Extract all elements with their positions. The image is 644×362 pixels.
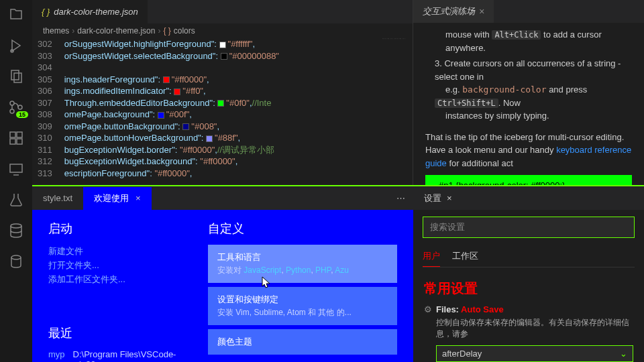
- svg-rect-1: [11, 70, 19, 80]
- svg-point-3: [10, 101, 14, 105]
- tab-label: dark-color-theme.json: [54, 7, 138, 17]
- tab-playground[interactable]: 交互式演练场 ×: [413, 0, 494, 23]
- welcome-pane: style.txt 欢迎使用 × ⋯ 启动 新建文件 打开文件夹... 添加工作…: [32, 186, 413, 362]
- add-workspace-link[interactable]: 添加工作区文件夹...: [48, 273, 189, 287]
- customize-heading: 自定义: [208, 221, 397, 237]
- settings-search-input[interactable]: 搜索设置: [423, 217, 635, 238]
- database-icon[interactable]: [8, 223, 24, 239]
- tab-json-file[interactable]: { } dark-color-theme.json: [32, 0, 148, 23]
- explorer-icon[interactable]: [8, 7, 24, 23]
- settings-pane: 设置 × 搜索设置 用户 工作区 常用设置 ⚙ Files: Auto Save…: [413, 186, 644, 362]
- svg-rect-7: [17, 132, 22, 137]
- svg-rect-6: [10, 132, 15, 137]
- code-sample: #p1 {background-color: #ff0000;} #p2 {ba…: [425, 175, 632, 185]
- svg-point-4: [10, 109, 14, 113]
- svg-rect-10: [10, 164, 22, 172]
- main-area: { } dark-color-theme.json themes› dark-c…: [32, 0, 644, 362]
- playground-pane: 交互式演练场 × mouse with Alt+Click to add a c…: [413, 0, 644, 185]
- section-common: 常用设置: [424, 280, 633, 298]
- beaker-icon[interactable]: [8, 192, 24, 208]
- start-heading: 启动: [48, 221, 189, 237]
- recent-item[interactable]: myp D:\Program Files\VSCode-win32-...: [48, 349, 189, 362]
- svg-point-12: [11, 255, 21, 259]
- svg-point-11: [11, 224, 21, 228]
- source-control-icon[interactable]: 15: [8, 99, 24, 115]
- tab-welcome[interactable]: 欢迎使用 ×: [83, 187, 152, 210]
- run-icon[interactable]: [8, 38, 24, 54]
- recent-heading: 最近: [48, 325, 189, 341]
- code-editor[interactable]: 302303304305306307308309310311312313 orS…: [32, 38, 413, 185]
- card-color-theme[interactable]: 颜色主题: [208, 329, 397, 355]
- editor-tabs: { } dark-color-theme.json: [32, 0, 413, 23]
- chevron-down-icon: ⌄: [620, 349, 627, 359]
- close-icon[interactable]: ×: [447, 193, 452, 203]
- editor-pane: { } dark-color-theme.json themes› dark-c…: [32, 0, 413, 185]
- tab-settings[interactable]: 设置 ×: [413, 187, 463, 210]
- scm-badge: 15: [16, 111, 28, 118]
- cylinder-icon[interactable]: [8, 253, 24, 269]
- autosave-select[interactable]: afterDelay ⌄: [436, 345, 633, 362]
- setting-title: Files: Auto Save: [436, 304, 633, 314]
- more-actions-icon[interactable]: ⋯: [388, 193, 413, 203]
- minimap[interactable]: ▓▓▓░░▓▓░░▓░▓▓▓░░░▓▓░░▓░░░▓▓▓░░▓▓░░▓░▓▓▓░…: [382, 38, 413, 185]
- svg-point-5: [18, 105, 22, 109]
- remote-icon[interactable]: [8, 161, 24, 177]
- svg-rect-8: [10, 139, 15, 144]
- tab-style-txt[interactable]: style.txt: [32, 188, 83, 208]
- activity-bar: 15: [0, 0, 32, 362]
- close-icon[interactable]: ×: [479, 6, 484, 17]
- setting-desc: 控制自动保存未保存的编辑器。有关自动保存的详细信息，请参: [436, 317, 633, 340]
- close-icon[interactable]: ×: [136, 193, 141, 203]
- scope-workspace-tab[interactable]: 工作区: [452, 246, 478, 267]
- open-folder-link[interactable]: 打开文件夹...: [48, 259, 189, 273]
- new-file-link[interactable]: 新建文件: [48, 245, 189, 259]
- svg-rect-2: [14, 73, 21, 82]
- scope-user-tab[interactable]: 用户: [423, 246, 440, 267]
- card-keybindings[interactable]: 设置和按键绑定 安装 Vim, Sublime, Atom 和 其他 的...: [208, 287, 397, 325]
- extensions-icon[interactable]: [8, 130, 24, 146]
- breadcrumb[interactable]: themes› dark-color-theme.json› { }colors: [32, 23, 413, 38]
- gear-icon[interactable]: ⚙: [424, 304, 432, 314]
- svg-rect-9: [17, 139, 22, 144]
- card-tools-lang[interactable]: 工具和语言 安装对 JavaScript, Python, PHP, Azu: [208, 245, 397, 283]
- copy-icon[interactable]: [8, 68, 24, 84]
